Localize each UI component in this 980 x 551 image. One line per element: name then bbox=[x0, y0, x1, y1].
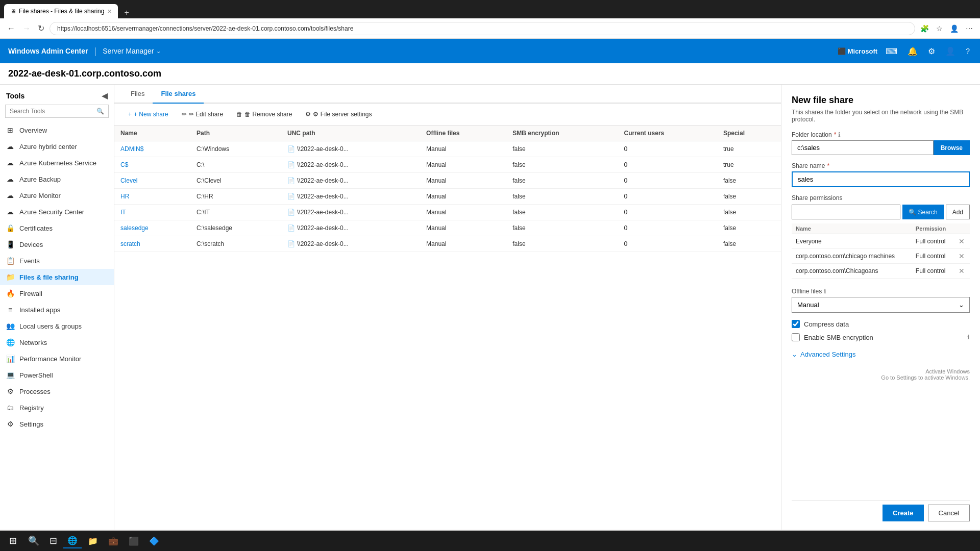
remove-permission-btn[interactable]: ✕ bbox=[959, 267, 965, 275]
sidebar-item-devices[interactable]: 📱 Devices bbox=[0, 236, 114, 253]
sidebar-label-azure-monitor: Azure Monitor bbox=[19, 192, 61, 199]
sidebar-item-performance-monitor[interactable]: 📊 Performance Monitor bbox=[0, 350, 114, 367]
forward-btn[interactable]: → bbox=[20, 22, 33, 35]
info-icon-folder[interactable]: ℹ bbox=[838, 131, 841, 138]
sidebar-item-events[interactable]: 📋 Events bbox=[0, 253, 114, 269]
sidebar-collapse-btn[interactable]: ◀ bbox=[102, 91, 108, 101]
sidebar-item-powershell[interactable]: 💻 PowerShell bbox=[0, 367, 114, 383]
sidebar-label-settings: Settings bbox=[19, 420, 43, 428]
smb-encryption-row: Enable SMB encryption ℹ bbox=[792, 333, 970, 341]
firewall-icon: 🔥 bbox=[6, 289, 14, 297]
edit-share-btn[interactable]: ✏ ✏ Edit share bbox=[176, 108, 229, 121]
sidebar-label-installed-apps: Installed apps bbox=[19, 306, 60, 314]
processes-icon: ⚙ bbox=[6, 387, 14, 395]
share-permissions-section: Share permissions 🔍 Search Add Name Perm… bbox=[792, 194, 970, 281]
permissions-search-btn[interactable]: 🔍 Search bbox=[902, 205, 944, 219]
offline-files-dropdown[interactable]: Manual ⌄ bbox=[792, 297, 970, 313]
advanced-settings-btn[interactable]: ⌄ Advanced Settings bbox=[792, 348, 970, 360]
refresh-btn[interactable]: ↻ bbox=[36, 21, 46, 35]
sidebar-item-overview[interactable]: ⊞ Overview bbox=[0, 122, 114, 138]
tab-files[interactable]: Files bbox=[122, 85, 153, 104]
azure-kubernetes-icon: ☁ bbox=[6, 159, 14, 167]
browser-tab[interactable]: 🖥 File shares - Files & file sharing ✕ bbox=[4, 4, 118, 18]
sidebar-item-files[interactable]: 📁 Files & file sharing bbox=[0, 269, 114, 285]
folder-location-input[interactable] bbox=[792, 140, 934, 155]
table-row[interactable]: ADMIN$ C:\Windows 📄\\2022-ae-desk-0... M… bbox=[114, 141, 781, 157]
cancel-btn[interactable]: Cancel bbox=[928, 505, 970, 521]
folder-location-row: Folder location * ℹ Browse bbox=[792, 131, 970, 155]
browser-chrome: 🖥 File shares - Files & file sharing ✕ + bbox=[0, 0, 980, 18]
new-share-btn[interactable]: + + New share bbox=[122, 108, 174, 121]
tab-file-shares[interactable]: File shares bbox=[153, 85, 204, 104]
notification-btn[interactable]: 🔔 bbox=[905, 44, 920, 58]
installed-apps-icon: ≡ bbox=[6, 306, 14, 314]
sidebar-item-installed-apps[interactable]: ≡ Installed apps bbox=[0, 302, 114, 318]
remove-share-btn[interactable]: 🗑 🗑 Remove share bbox=[231, 108, 298, 121]
terminal-btn[interactable]: ⌨ bbox=[884, 44, 899, 58]
table-row[interactable]: salesedge C:\salesedge 📄\\2022-ae-desk-0… bbox=[114, 220, 781, 236]
help-btn[interactable]: ? bbox=[964, 45, 972, 57]
settings-nav-icon: ⚙ bbox=[6, 420, 14, 428]
col-path: Path bbox=[190, 126, 281, 141]
sidebar-item-local-users[interactable]: 👥 Local users & groups bbox=[0, 318, 114, 334]
sidebar-label-files: Files & file sharing bbox=[19, 273, 79, 281]
sidebar-item-azure-hybrid[interactable]: ☁ Azure hybrid center bbox=[0, 138, 114, 155]
table-row[interactable]: C$ C:\ 📄\\2022-ae-desk-0... Manual false… bbox=[114, 157, 781, 173]
browser-more-btn[interactable]: ⋯ bbox=[964, 22, 975, 35]
table-row[interactable]: scratch C:\scratch 📄\\2022-ae-desk-0... … bbox=[114, 236, 781, 252]
user-btn[interactable]: 👤 bbox=[943, 44, 958, 58]
sidebar-item-processes[interactable]: ⚙ Processes bbox=[0, 383, 114, 399]
share-name-input[interactable] bbox=[792, 171, 970, 187]
app-bar-server-manager[interactable]: Server Manager ⌄ bbox=[103, 47, 160, 55]
sidebar-item-firewall[interactable]: 🔥 Firewall bbox=[0, 285, 114, 302]
sidebar-label-performance-monitor: Performance Monitor bbox=[19, 355, 81, 363]
new-share-icon: + bbox=[128, 111, 132, 118]
address-input[interactable] bbox=[50, 22, 915, 35]
compress-data-checkbox[interactable] bbox=[792, 320, 800, 328]
sidebar-item-networks[interactable]: 🌐 Networks bbox=[0, 334, 114, 350]
col-users: Current users bbox=[618, 126, 717, 141]
browser-profile-btn[interactable]: 👤 bbox=[948, 22, 961, 35]
tab-label: File shares - Files & file sharing bbox=[19, 8, 104, 15]
compress-data-label: Compress data bbox=[804, 320, 849, 328]
tab-close-icon[interactable]: ✕ bbox=[107, 8, 112, 15]
remove-permission-btn[interactable]: ✕ bbox=[959, 237, 965, 245]
sidebar-item-registry[interactable]: 🗂 Registry bbox=[0, 399, 114, 416]
sidebar-item-azure-kubernetes[interactable]: ☁ Azure Kubernetes Service bbox=[0, 155, 114, 171]
main-content: Files File shares + + New share ✏ ✏ Edit… bbox=[114, 85, 781, 530]
sidebar-label-devices: Devices bbox=[19, 241, 43, 248]
settings-btn[interactable]: ⚙ bbox=[926, 44, 937, 58]
sidebar-label-local-users: Local users & groups bbox=[19, 322, 82, 330]
permissions-search-input[interactable] bbox=[792, 205, 900, 219]
sidebar-label-azure-security: Azure Security Center bbox=[19, 208, 84, 216]
table-row[interactable]: Clevel C:\Clevel 📄\\2022-ae-desk-0... Ma… bbox=[114, 173, 781, 189]
search-tools-input[interactable] bbox=[6, 105, 92, 117]
file-server-settings-btn[interactable]: ⚙ ⚙ File server settings bbox=[300, 108, 377, 121]
sidebar-label-firewall: Firewall bbox=[19, 290, 42, 297]
events-icon: 📋 bbox=[6, 257, 14, 265]
sidebar-item-azure-security[interactable]: ☁ Azure Security Center bbox=[0, 204, 114, 220]
info-icon-offline[interactable]: ℹ bbox=[824, 288, 826, 295]
remove-permission-btn[interactable]: ✕ bbox=[959, 252, 965, 260]
new-tab-btn[interactable]: + bbox=[120, 8, 133, 17]
col-name: Name bbox=[114, 126, 190, 141]
certificates-icon: 🔒 bbox=[6, 224, 14, 232]
info-icon-smb[interactable]: ℹ bbox=[967, 334, 970, 341]
browse-btn[interactable]: Browse bbox=[934, 140, 970, 155]
sidebar-item-azure-monitor[interactable]: ☁ Azure Monitor bbox=[0, 187, 114, 204]
favorites-btn[interactable]: ☆ bbox=[934, 22, 945, 35]
smb-encryption-checkbox[interactable] bbox=[792, 333, 800, 341]
sidebar-item-settings[interactable]: ⚙ Settings bbox=[0, 416, 114, 432]
back-btn[interactable]: ← bbox=[5, 22, 17, 35]
sidebar-item-azure-backup[interactable]: ☁ Azure Backup bbox=[0, 171, 114, 187]
extensions-btn[interactable]: 🧩 bbox=[918, 22, 931, 35]
sidebar-item-certificates[interactable]: 🔒 Certificates bbox=[0, 220, 114, 236]
table-row[interactable]: IT C:\IT 📄\\2022-ae-desk-0... Manual fal… bbox=[114, 205, 781, 220]
azure-monitor-icon: ☁ bbox=[6, 191, 14, 199]
permissions-add-btn[interactable]: Add bbox=[946, 205, 970, 219]
create-btn[interactable]: Create bbox=[883, 505, 923, 521]
windows-activation: Activate Windows Go to Settings to activ… bbox=[792, 368, 970, 381]
offline-files-label: Offline files ℹ bbox=[792, 288, 970, 295]
table-row[interactable]: HR C:\HR 📄\\2022-ae-desk-0... Manual fal… bbox=[114, 189, 781, 205]
microsoft-logo: ⬛ Microsoft bbox=[838, 47, 877, 55]
